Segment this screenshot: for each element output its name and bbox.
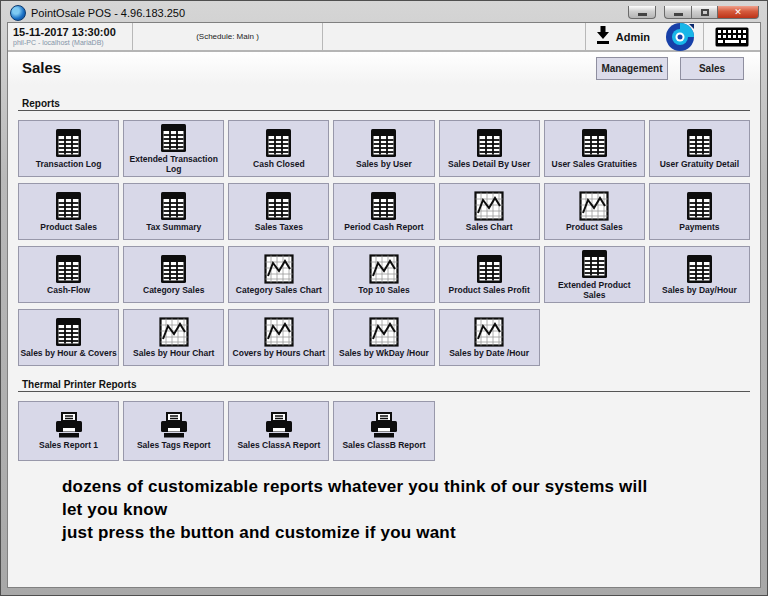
tab-sales[interactable]: Sales xyxy=(680,57,744,80)
maximize-button[interactable] xyxy=(691,6,717,19)
report-button-label: Payments xyxy=(679,222,719,232)
report-button-sales-by-hour-chart[interactable]: Sales by Hour Chart xyxy=(123,309,224,366)
caption-line: let you know xyxy=(62,498,752,521)
keyboard-button[interactable] xyxy=(703,23,760,50)
report-button-user-gratuity-detail[interactable]: User Gratuity Detail xyxy=(649,120,750,177)
table-icon xyxy=(581,128,608,158)
close-button[interactable]: ✕ xyxy=(717,6,759,19)
thermal-report-button-sales-classa-report[interactable]: Sales ClassA Report xyxy=(228,401,329,461)
pin-button[interactable] xyxy=(628,6,656,19)
admin-button[interactable]: Admin xyxy=(585,23,657,50)
table-icon xyxy=(265,128,292,158)
report-button-user-sales-gratuities[interactable]: User Sales Gratuities xyxy=(544,120,645,177)
thermal-report-button-label: Sales Report 1 xyxy=(39,440,98,450)
caption-text: dozens of customizable reports whatever … xyxy=(62,475,752,544)
report-button-covers-by-hours-chart[interactable]: Covers by Hours Chart xyxy=(228,309,329,366)
report-button-label: Tax Summary xyxy=(146,222,201,232)
report-button-period-cash-report[interactable]: Period Cash Report xyxy=(333,183,434,240)
report-button-category-sales-chart[interactable]: Category Sales Chart xyxy=(228,246,329,303)
window-title: PointOsale POS - 4.96.183.250 xyxy=(31,7,623,19)
report-button-label: Product Sales Profit xyxy=(449,285,530,295)
app-icon xyxy=(10,5,26,21)
report-button-label: Sales Taxes xyxy=(255,222,303,232)
chart-icon xyxy=(264,317,294,347)
report-button-label: Sales Detail By User xyxy=(448,159,530,169)
thermal-report-button-sales-tags-report[interactable]: Sales Tags Report xyxy=(123,401,224,461)
report-button-transaction-log[interactable]: Transaction Log xyxy=(18,120,119,177)
table-icon xyxy=(476,128,503,158)
table-icon xyxy=(370,128,397,158)
toolbar: 15-11-2017 13:30:00 phil-PC - localhost … xyxy=(8,23,760,52)
toolbar-spacer xyxy=(323,23,585,50)
table-icon xyxy=(686,128,713,158)
table-icon xyxy=(476,254,503,284)
report-button-cash-flow[interactable]: Cash-Flow xyxy=(18,246,119,303)
table-icon xyxy=(370,191,397,221)
thermal-report-button-label: Sales ClassB Report xyxy=(342,440,425,450)
report-button-sales-by-hour-covers[interactable]: Sales by Hour & Covers xyxy=(18,309,119,366)
thermal-printer-grid: Sales Report 1Sales Tags ReportSales Cla… xyxy=(18,401,750,461)
chart-icon xyxy=(474,191,504,221)
report-button-label: Extended Product Sales xyxy=(546,280,643,300)
thermal-section-rule xyxy=(18,391,750,392)
keyboard-icon xyxy=(715,27,749,47)
report-button-sales-taxes[interactable]: Sales Taxes xyxy=(228,183,329,240)
report-button-label: Sales by Hour Chart xyxy=(133,348,214,358)
chart-icon xyxy=(579,191,609,221)
admin-label: Admin xyxy=(616,31,650,43)
table-icon xyxy=(55,317,82,347)
report-button-payments[interactable]: Payments xyxy=(649,183,750,240)
reports-section-label: Reports xyxy=(22,98,752,109)
admin-download-icon xyxy=(593,25,613,49)
table-icon xyxy=(55,128,82,158)
report-button-extended-transaction-log[interactable]: Extended Transaction Log xyxy=(123,120,224,177)
tab-management[interactable]: Management xyxy=(596,57,668,80)
report-button-product-sales[interactable]: Product Sales xyxy=(18,183,119,240)
chart-icon xyxy=(369,254,399,284)
datetime-cell: 15-11-2017 13:30:00 phil-PC - localhost … xyxy=(8,23,133,50)
report-button-label: Sales by Date /Hour xyxy=(449,348,529,358)
chart-icon xyxy=(264,254,294,284)
schedule-label: (Schedule: Main ) xyxy=(133,23,323,50)
report-button-sales-detail-by-user[interactable]: Sales Detail By User xyxy=(439,120,540,177)
report-button-label: Period Cash Report xyxy=(344,222,423,232)
report-button-category-sales[interactable]: Category Sales xyxy=(123,246,224,303)
report-button-label: User Gratuity Detail xyxy=(660,159,739,169)
report-button-sales-chart[interactable]: Sales Chart xyxy=(439,183,540,240)
report-button-label: Product Sales xyxy=(566,222,623,232)
chart-icon xyxy=(474,317,504,347)
report-button-label: Extended Transaction Log xyxy=(125,154,222,174)
app-window: PointOsale POS - 4.96.183.250 ✕ 15-11-20… xyxy=(0,0,768,596)
table-icon xyxy=(581,249,608,279)
report-button-tax-summary[interactable]: Tax Summary xyxy=(123,183,224,240)
report-button-top-10-sales[interactable]: Top 10 Sales xyxy=(333,246,434,303)
printer-icon xyxy=(53,412,85,439)
thermal-report-button-sales-classb-report[interactable]: Sales ClassB Report xyxy=(333,401,434,461)
datetime-label: 15-11-2017 13:30:00 xyxy=(13,26,127,38)
report-button-label: Covers by Hours Chart xyxy=(233,348,326,358)
report-button-extended-product-sales[interactable]: Extended Product Sales xyxy=(544,246,645,303)
report-button-cash-closed[interactable]: Cash Closed xyxy=(228,120,329,177)
host-label: phil-PC - localhost (MariaDB) xyxy=(13,38,127,47)
caption-line: dozens of customizable reports whatever … xyxy=(62,475,752,498)
report-button-sales-by-day-hour[interactable]: Sales by Day/Hour xyxy=(649,246,750,303)
minimize-button[interactable] xyxy=(664,6,691,19)
reports-grid: Transaction LogExtended Transaction LogC… xyxy=(18,120,750,366)
report-button-product-sales[interactable]: Product Sales xyxy=(544,183,645,240)
report-button-label: Sales by Day/Hour xyxy=(662,285,737,295)
report-button-label: Cash-Flow xyxy=(47,285,90,295)
table-icon xyxy=(55,191,82,221)
thermal-report-button-sales-report-1[interactable]: Sales Report 1 xyxy=(18,401,119,461)
report-button-label: Sales by WkDay /Hour xyxy=(339,348,429,358)
thermal-section-label: Thermal Printer Reports xyxy=(22,379,752,390)
report-button-sales-by-date-hour[interactable]: Sales by Date /Hour xyxy=(439,309,540,366)
dash-icon xyxy=(638,13,647,16)
window-controls: ✕ xyxy=(628,6,759,19)
report-button-sales-by-user[interactable]: Sales by User xyxy=(333,120,434,177)
thermal-report-button-label: Sales ClassA Report xyxy=(237,440,320,450)
report-button-sales-by-wkday-hour[interactable]: Sales by WkDay /Hour xyxy=(333,309,434,366)
printer-icon xyxy=(263,412,295,439)
report-button-label: User Sales Gratuities xyxy=(552,159,638,169)
close-icon: ✕ xyxy=(734,7,742,17)
report-button-product-sales-profit[interactable]: Product Sales Profit xyxy=(439,246,540,303)
